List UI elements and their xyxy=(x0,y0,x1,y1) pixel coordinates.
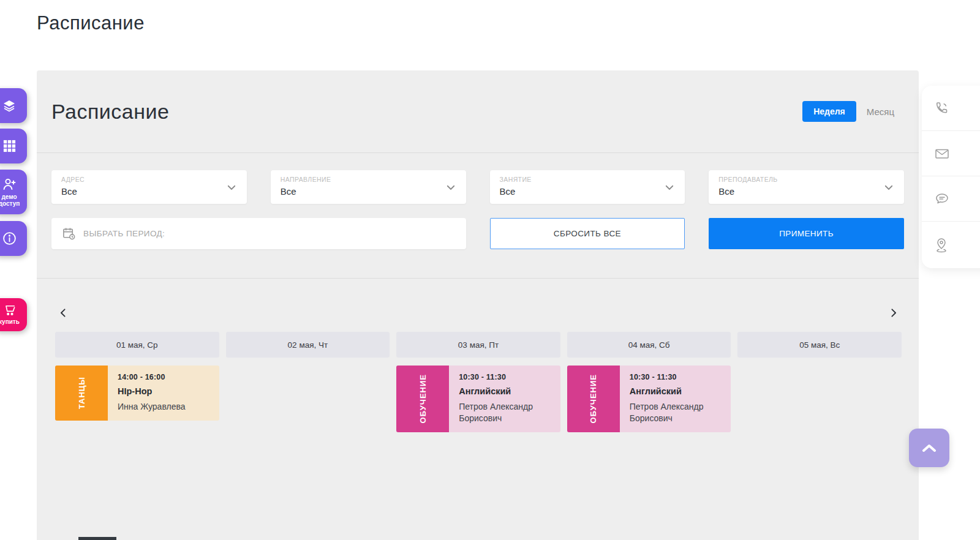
day-column: ОБУЧЕНИЕ 10:30 - 11:30 Английский Петров… xyxy=(567,366,731,432)
schedule-panel: Расписание Неделя Месяц АДРЕС Все НАПРАВ… xyxy=(37,70,919,540)
event-person: Петров Александр Борисович xyxy=(630,401,723,424)
chevron-down-icon xyxy=(226,182,237,193)
mail-icon xyxy=(934,147,950,160)
event-time: 10:30 - 11:30 xyxy=(630,373,723,381)
reset-all-button[interactable]: СБРОСИТЬ ВСЕ xyxy=(490,218,685,249)
filter-row-actions: СБРОСИТЬ ВСЕ ПРИМЕНИТЬ xyxy=(51,218,904,249)
event-body: 10:30 - 11:30 Английский Петров Александ… xyxy=(449,366,560,432)
events-row: ТАНЦЫ 14:00 - 16:00 HIp-Hop Инна Журавле… xyxy=(55,366,902,432)
month-toggle-button[interactable]: Месяц xyxy=(867,107,894,117)
week-toggle-button[interactable]: Неделя xyxy=(802,101,856,122)
event-category-label: ТАНЦЫ xyxy=(77,377,86,409)
period-input[interactable] xyxy=(83,229,456,238)
calendar-nav xyxy=(55,306,902,320)
event-title: Английский xyxy=(459,386,552,396)
lesson-select[interactable]: ЗАНЯТИЕ Все xyxy=(490,170,685,204)
direction-select[interactable]: НАПРАВЛЕНИЕ Все xyxy=(271,170,466,204)
day-header: 03 мая, Пт xyxy=(396,332,560,358)
address-select-label: АДРЕС xyxy=(61,176,237,183)
sidebar-apps-button[interactable] xyxy=(0,129,27,163)
sidebar-info-button[interactable] xyxy=(0,221,27,256)
day-header: 01 мая, Ср xyxy=(55,332,219,358)
chevron-left-icon xyxy=(58,307,69,319)
lesson-select-value: Все xyxy=(500,186,676,197)
buy-button[interactable]: купить xyxy=(0,298,27,331)
demo-access-label: демо доступ xyxy=(0,193,20,208)
event-time: 10:30 - 11:30 xyxy=(459,373,552,381)
prev-week-button[interactable] xyxy=(57,306,70,320)
phone-icon xyxy=(934,100,949,116)
filter-row-selects: АДРЕС Все НАПРАВЛЕНИЕ Все ЗАНЯТИЕ Все xyxy=(51,170,904,204)
day-header-row: 01 мая, Ср 02 мая, Чт 03 мая, Пт 04 мая,… xyxy=(55,332,902,358)
chat-icon xyxy=(934,192,950,206)
lesson-select-label: ЗАНЯТИЕ xyxy=(500,176,676,183)
cart-icon xyxy=(2,304,16,317)
event-title: HIp-Hop xyxy=(118,386,211,396)
event-category-strip: ОБУЧЕНИЕ xyxy=(396,366,449,432)
chat-contact-button[interactable] xyxy=(922,176,980,222)
location-contact-button[interactable] xyxy=(922,222,980,268)
event-title: Английский xyxy=(630,386,723,396)
teacher-select-value: Все xyxy=(718,186,894,197)
sidebar-layers-button[interactable] xyxy=(0,88,27,123)
page-title: Расписание xyxy=(37,12,145,34)
day-column: ТАНЦЫ 14:00 - 16:00 HIp-Hop Инна Журавле… xyxy=(55,366,219,421)
panel-heading: Расписание xyxy=(51,100,169,124)
event-card-english[interactable]: ОБУЧЕНИЕ 10:30 - 11:30 Английский Петров… xyxy=(567,366,731,432)
address-select-value: Все xyxy=(61,186,237,197)
view-toggle: Неделя Месяц xyxy=(802,101,894,122)
next-week-button[interactable] xyxy=(887,306,900,320)
chevron-up-icon xyxy=(921,443,937,454)
event-category-label: ОБУЧЕНИЕ xyxy=(589,374,598,423)
teacher-select[interactable]: ПРЕПОДАВАТЕЛЬ Все xyxy=(709,170,904,204)
event-person: Инна Журавлева xyxy=(118,401,211,413)
scroll-to-top-button[interactable] xyxy=(909,429,949,467)
mail-contact-button[interactable] xyxy=(922,131,980,176)
period-field[interactable] xyxy=(51,218,466,249)
person-add-icon xyxy=(1,177,17,192)
filters-section: АДРЕС Все НАПРАВЛЕНИЕ Все ЗАНЯТИЕ Все xyxy=(37,153,919,279)
day-column: ОБУЧЕНИЕ 10:30 - 11:30 Английский Петров… xyxy=(396,366,560,432)
layers-icon xyxy=(2,99,17,113)
grid-icon xyxy=(2,139,17,153)
direction-select-value: Все xyxy=(281,186,456,197)
address-select[interactable]: АДРЕС Все xyxy=(51,170,247,204)
phone-contact-button[interactable] xyxy=(922,86,980,131)
panel-header: Расписание Неделя Месяц xyxy=(37,70,919,153)
contact-rail xyxy=(922,86,980,268)
info-icon xyxy=(2,231,17,246)
event-card-dance[interactable]: ТАНЦЫ 14:00 - 16:00 HIp-Hop Инна Журавле… xyxy=(55,366,219,421)
day-header: 04 мая, Сб xyxy=(567,332,731,358)
sidebar-demo-access-button[interactable]: демо доступ xyxy=(0,170,27,214)
day-header: 05 мая, Вс xyxy=(737,332,902,358)
event-body: 14:00 - 16:00 HIp-Hop Инна Журавлева xyxy=(108,366,219,421)
calendar-week-view: 01 мая, Ср 02 мая, Чт 03 мая, Пт 04 мая,… xyxy=(37,279,919,432)
day-header: 02 мая, Чт xyxy=(226,332,390,358)
chevron-down-icon xyxy=(445,182,456,193)
event-category-strip: ТАНЦЫ xyxy=(55,366,108,421)
event-category-label: ОБУЧЕНИЕ xyxy=(418,374,428,423)
direction-select-label: НАПРАВЛЕНИЕ xyxy=(281,176,456,183)
chevron-right-icon xyxy=(888,307,899,319)
buy-button-label: купить xyxy=(0,318,20,326)
teacher-select-label: ПРЕПОДАВАТЕЛЬ xyxy=(718,176,894,183)
chevron-down-icon xyxy=(664,182,675,193)
event-body: 10:30 - 11:30 Английский Петров Александ… xyxy=(620,366,731,432)
event-category-strip: ОБУЧЕНИЕ xyxy=(567,366,620,432)
location-icon xyxy=(934,237,949,253)
event-person: Петров Александр Борисович xyxy=(459,401,552,424)
chevron-down-icon xyxy=(883,182,894,193)
partially-visible-element xyxy=(78,537,116,540)
event-time: 14:00 - 16:00 xyxy=(118,373,211,381)
event-card-english[interactable]: ОБУЧЕНИЕ 10:30 - 11:30 Английский Петров… xyxy=(396,366,560,432)
calendar-clock-icon xyxy=(62,227,76,241)
apply-button[interactable]: ПРИМЕНИТЬ xyxy=(709,218,904,249)
